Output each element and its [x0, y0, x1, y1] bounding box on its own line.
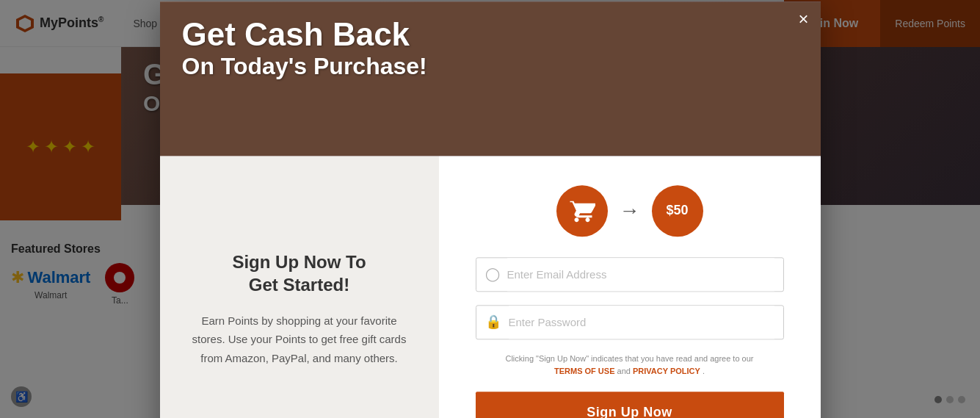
modal-header-text: Get Cash Back On Today's Purchase! — [182, 16, 427, 80]
user-icon: ◯ — [485, 266, 500, 282]
modal-body: Sign Up Now ToGet Started! Earn Points b… — [160, 156, 821, 418]
signup-modal: Get Cash Back On Today's Purchase! × Sig… — [160, 1, 821, 418]
modal-header-line1: Get Cash Back — [182, 16, 427, 53]
terms-of-use-link[interactable]: TERMS OF USE — [554, 367, 615, 375]
password-field[interactable] — [509, 306, 774, 339]
signup-button[interactable]: Sign Up Now — [476, 392, 784, 418]
lock-icon: 🔒 — [485, 314, 501, 330]
modal-heading: Sign Up Now ToGet Started! — [232, 251, 366, 296]
modal-left-panel: Sign Up Now ToGet Started! Earn Points b… — [160, 156, 439, 418]
promo-icon-row: → $50 — [556, 185, 703, 237]
modal-header-image: Get Cash Back On Today's Purchase! × — [160, 1, 821, 156]
terms-text: Clicking "Sign Up Now" indicates that yo… — [476, 353, 784, 378]
dollar-amount-label: $50 — [666, 203, 688, 218]
modal-description: Earn Points by shopping at your favorite… — [189, 311, 410, 368]
modal-right-panel: → $50 ◯ 🔒 Clicking "Sign Up Now" indicat… — [439, 156, 821, 418]
arrow-icon: → — [620, 199, 640, 223]
email-input-group: ◯ — [476, 257, 784, 292]
cart-icon-circle — [556, 185, 608, 237]
shopping-cart-icon — [569, 198, 595, 224]
privacy-policy-link[interactable]: PRIVACY POLICY — [633, 367, 700, 375]
password-input-group: 🔒 — [476, 305, 784, 339]
dollar-amount-circle: $50 — [652, 185, 703, 237]
modal-header-line2: On Today's Purchase! — [182, 53, 427, 80]
email-field[interactable] — [507, 258, 774, 291]
modal-close-button[interactable]: × — [798, 10, 808, 28]
